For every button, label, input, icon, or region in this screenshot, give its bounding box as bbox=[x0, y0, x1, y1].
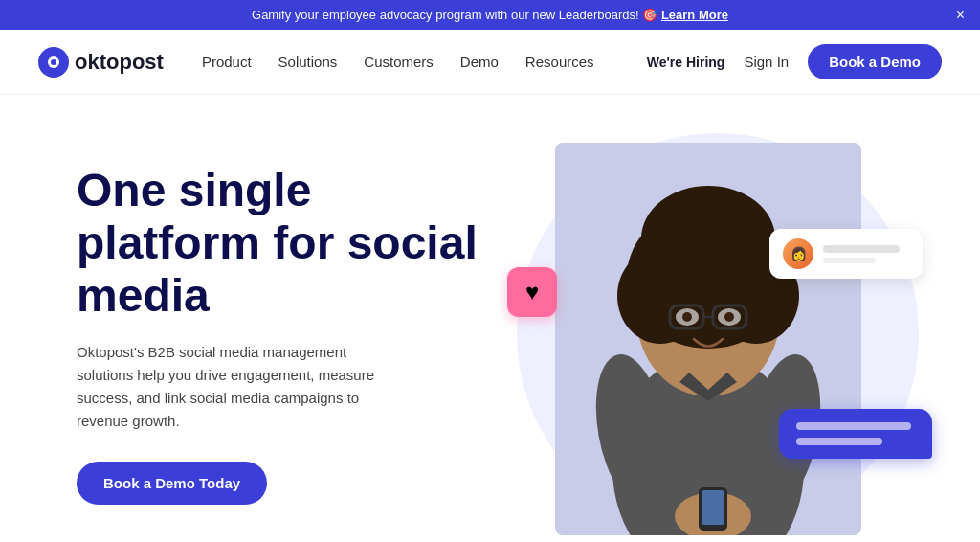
announcement-banner: Gamify your employee advocacy program wi… bbox=[0, 0, 980, 30]
chat-line-2 bbox=[796, 438, 882, 445]
banner-text: Gamify your employee advocacy program wi… bbox=[252, 8, 657, 22]
float-profile-card: 👩 bbox=[769, 229, 923, 279]
hero-title: One single platform for social media bbox=[77, 164, 479, 323]
person-illustration bbox=[555, 143, 861, 535]
logo[interactable]: oktopost bbox=[38, 47, 164, 78]
avatar-emoji: 👩 bbox=[791, 246, 807, 261]
profile-lines bbox=[823, 245, 900, 263]
heart-icon: ♥ bbox=[525, 279, 539, 305]
svg-point-1 bbox=[51, 59, 56, 65]
profile-role-line bbox=[823, 258, 876, 263]
banner-learn-more-link[interactable]: Learn More bbox=[661, 8, 728, 22]
hero-person-image bbox=[555, 143, 861, 535]
navbar: oktopost Product Solutions Customers Dem… bbox=[0, 30, 980, 95]
hero-section: One single platform for social media Okt… bbox=[0, 95, 980, 542]
nav-links: Product Solutions Customers Demo Resourc… bbox=[202, 54, 647, 71]
nav-item-resources[interactable]: Resources bbox=[525, 54, 594, 70]
nav-item-demo[interactable]: Demo bbox=[460, 54, 499, 70]
svg-point-16 bbox=[724, 312, 734, 322]
hero-image-area: ♥ 👩 bbox=[479, 133, 942, 535]
logo-icon bbox=[38, 47, 69, 78]
float-chat-bubble bbox=[779, 409, 932, 459]
sign-in-link[interactable]: Sign In bbox=[744, 54, 789, 70]
hero-subtitle: Oktopost's B2B social media management s… bbox=[77, 341, 402, 433]
chat-line-1 bbox=[796, 422, 911, 430]
profile-avatar: 👩 bbox=[783, 238, 813, 269]
book-demo-button[interactable]: Book a Demo bbox=[808, 44, 942, 79]
banner-close-button[interactable]: × bbox=[956, 7, 965, 24]
book-demo-today-button[interactable]: Book a Demo Today bbox=[77, 462, 267, 505]
we-hiring-link[interactable]: We're Hiring bbox=[647, 55, 725, 70]
nav-item-solutions[interactable]: Solutions bbox=[278, 54, 338, 70]
logo-text: oktopost bbox=[75, 50, 164, 75]
hero-text: One single platform for social media Okt… bbox=[77, 164, 479, 506]
nav-item-customers[interactable]: Customers bbox=[364, 54, 434, 70]
float-like-card: ♥ bbox=[507, 267, 557, 317]
svg-point-15 bbox=[682, 312, 692, 322]
svg-point-9 bbox=[641, 186, 775, 291]
nav-right: We're Hiring Sign In Book a Demo bbox=[647, 44, 942, 79]
profile-name-line bbox=[823, 245, 900, 253]
nav-item-product[interactable]: Product bbox=[202, 54, 252, 70]
svg-rect-21 bbox=[702, 490, 724, 525]
